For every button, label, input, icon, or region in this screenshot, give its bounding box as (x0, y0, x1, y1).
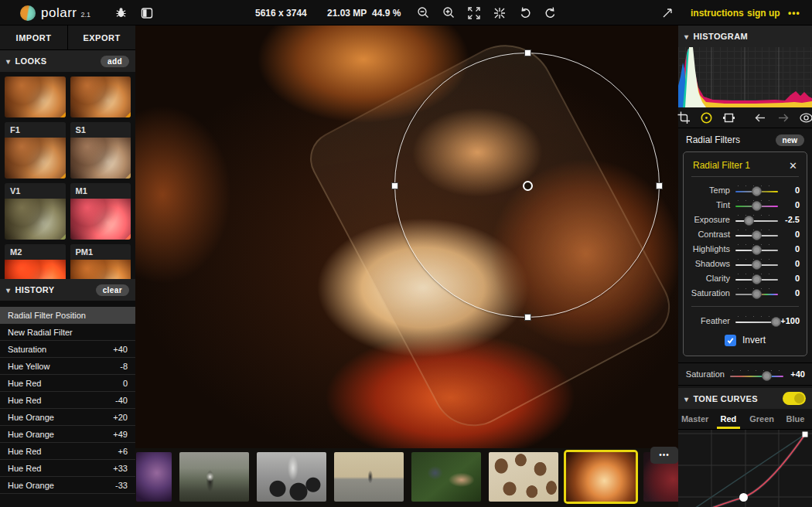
radial-filter-overlay[interactable] (394, 53, 660, 318)
add-look-button[interactable]: add (101, 56, 129, 67)
radial-handle-right[interactable] (656, 182, 663, 189)
looks-grid: F1S1V1M1M2PM1 (0, 72, 135, 279)
sign-up-link[interactable]: sign up (747, 8, 780, 19)
history-item[interactable]: Hue Orange-33 (0, 477, 135, 494)
slider-knob[interactable] (752, 230, 762, 240)
filmstrip-thumb-girl-on-hill[interactable] (179, 452, 249, 502)
image-canvas[interactable] (135, 26, 678, 448)
tone-curve-svg (678, 430, 812, 507)
radial-filter-tool-icon[interactable] (700, 110, 713, 125)
filmstrip-thumb-current-drink[interactable] (566, 452, 636, 502)
curve-tab-master[interactable]: Master (678, 409, 711, 429)
history-item[interactable]: Saturation+40 (0, 341, 135, 358)
slider-track-shadows[interactable] (735, 257, 778, 269)
fit-to-screen-icon[interactable] (492, 5, 507, 21)
histogram-section-header[interactable]: HISTOGRAM (678, 26, 812, 47)
bug-report-icon[interactable] (113, 5, 128, 21)
filmstrip-more-button[interactable]: ••• (650, 447, 678, 464)
zoom-in-icon[interactable] (441, 5, 456, 21)
history-item[interactable]: Hue Red+33 (0, 460, 135, 477)
export-button[interactable]: EXPORT (68, 26, 135, 49)
look-item-m1[interactable]: M1 (70, 183, 131, 240)
slider-track-exposure[interactable] (735, 213, 778, 225)
slider-track-temp[interactable] (735, 184, 778, 196)
undo-adjustment-icon[interactable] (754, 110, 767, 125)
slider-knob[interactable] (752, 274, 762, 284)
compare-original-icon[interactable] (799, 110, 812, 125)
expand-window-icon[interactable] (660, 5, 675, 21)
crop-tool-icon[interactable] (677, 110, 691, 125)
history-item[interactable]: Hue Yellow-8 (0, 358, 135, 375)
history-title: HISTORY (15, 285, 54, 294)
image-megapixels: 21.03 MP (327, 8, 367, 19)
slider-knob[interactable] (762, 371, 772, 381)
slider-track-contrast[interactable] (735, 228, 778, 240)
history-item[interactable]: New Radial Filter (0, 324, 135, 341)
instructions-link[interactable]: instructions (691, 8, 744, 19)
look-badge-icon (125, 112, 131, 117)
close-filter-icon[interactable] (789, 161, 797, 171)
curve-tab-blue[interactable]: Blue (779, 409, 812, 429)
curve-point-handle[interactable] (739, 493, 748, 502)
slider-row: Contrast 0 (684, 226, 807, 241)
disclosure-triangle-icon (6, 285, 15, 294)
look-item-pm1[interactable]: PM1 (70, 244, 131, 279)
slider-knob[interactable] (752, 201, 762, 211)
more-menu-button[interactable]: ••• (788, 8, 800, 19)
redo-adjustment-icon[interactable] (776, 110, 790, 125)
slider-track-highlights[interactable] (735, 243, 778, 254)
history-section-header[interactable]: HISTORY clear (0, 279, 135, 301)
filmstrip-thumb-parking-lot[interactable] (334, 452, 404, 502)
filmstrip-thumb-shoes-on-grass[interactable] (411, 452, 481, 502)
slider-knob[interactable] (752, 289, 762, 299)
history-item[interactable]: Hue Red-40 (0, 392, 135, 409)
look-thumbnail (5, 199, 66, 240)
radial-handle-left[interactable] (391, 182, 398, 189)
look-item-original-2[interactable] (70, 77, 131, 117)
radial-handle-top[interactable] (524, 49, 531, 56)
import-button[interactable]: IMPORT (0, 26, 68, 49)
look-item-m2[interactable]: M2 (5, 244, 66, 279)
curve-tab-green[interactable]: Green (745, 409, 779, 429)
history-item[interactable]: Hue Red+6 (0, 443, 135, 460)
curve-endpoint-handle[interactable] (803, 432, 808, 437)
redo-icon[interactable] (542, 5, 558, 21)
curve-tab-red[interactable]: Red (711, 409, 745, 429)
look-item-s1[interactable]: S1 (70, 122, 131, 179)
tone-curve-editor[interactable] (678, 430, 812, 507)
look-item-v1[interactable]: V1 (5, 183, 66, 240)
slider-knob[interactable] (752, 186, 762, 196)
toggle-panel-icon[interactable] (139, 5, 155, 21)
slider-knob[interactable] (771, 317, 781, 327)
tone-curves-section-header[interactable]: TONE CURVES (678, 388, 812, 409)
history-item[interactable]: Hue Orange+49 (0, 426, 135, 443)
gradient-filter-tool-icon[interactable] (722, 110, 735, 125)
slider-track-tint[interactable] (735, 199, 778, 210)
slider-track-saturation[interactable] (735, 287, 778, 298)
look-item-original-1[interactable] (5, 77, 66, 117)
undo-icon[interactable] (517, 5, 533, 21)
filmstrip-thumb-vinyl-records[interactable] (257, 452, 326, 502)
radial-handle-bottom[interactable] (524, 314, 531, 321)
clear-history-button[interactable]: clear (96, 284, 129, 296)
slider-track-saturation[interactable] (730, 369, 783, 380)
history-item[interactable]: Hue Red0 (0, 375, 135, 392)
looks-section-header[interactable]: LOOKS add (0, 50, 135, 72)
tone-curves-toggle[interactable] (783, 392, 806, 405)
slider-knob[interactable] (752, 260, 762, 270)
fullscreen-icon[interactable] (466, 5, 482, 21)
slider-knob[interactable] (744, 216, 754, 226)
invert-checkbox[interactable] (725, 335, 736, 346)
history-item[interactable]: Hue Orange+20 (0, 409, 135, 426)
look-item-f1[interactable]: F1 (5, 122, 66, 179)
zoom-out-icon[interactable] (415, 5, 431, 21)
filmstrip-thumb-giraffe[interactable] (489, 452, 558, 502)
history-item[interactable]: Radial Filter Position (0, 307, 135, 324)
radial-center-handle[interactable] (523, 181, 533, 191)
look-badge-icon (60, 234, 66, 240)
slider-knob[interactable] (752, 245, 762, 255)
slider-track-clarity[interactable] (735, 272, 778, 284)
new-radial-filter-button[interactable]: new (776, 134, 804, 146)
filmstrip-thumb-purple-portrait[interactable] (136, 452, 172, 502)
slider-track-feather[interactable] (735, 315, 778, 326)
